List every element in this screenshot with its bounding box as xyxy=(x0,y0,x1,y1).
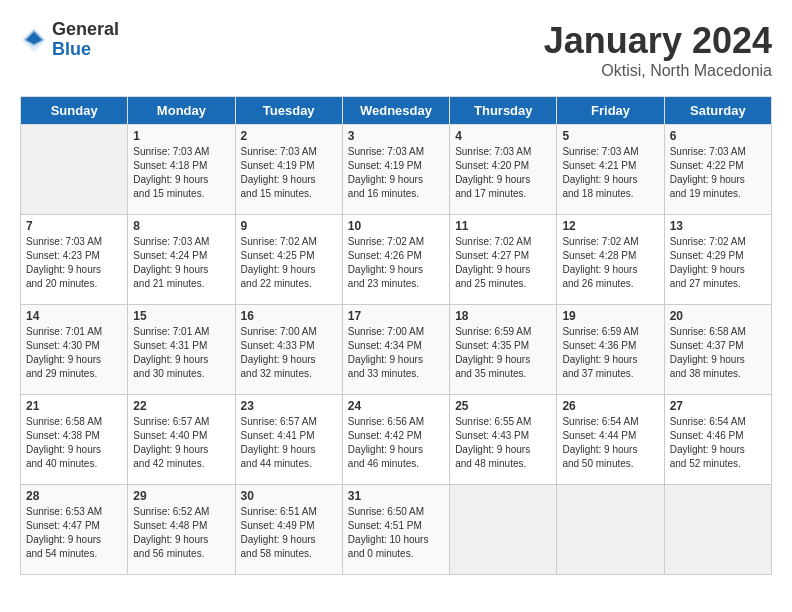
calendar-week-row: 14Sunrise: 7:01 AMSunset: 4:30 PMDayligh… xyxy=(21,305,772,395)
day-number: 11 xyxy=(455,219,551,233)
calendar-day-cell xyxy=(21,125,128,215)
day-info: Sunrise: 6:54 AMSunset: 4:44 PMDaylight:… xyxy=(562,415,658,471)
day-number: 9 xyxy=(241,219,337,233)
day-number: 16 xyxy=(241,309,337,323)
calendar-table: SundayMondayTuesdayWednesdayThursdayFrid… xyxy=(20,96,772,575)
day-info: Sunrise: 6:58 AMSunset: 4:38 PMDaylight:… xyxy=(26,415,122,471)
calendar-day-cell: 21Sunrise: 6:58 AMSunset: 4:38 PMDayligh… xyxy=(21,395,128,485)
day-info: Sunrise: 6:56 AMSunset: 4:42 PMDaylight:… xyxy=(348,415,444,471)
day-info: Sunrise: 6:57 AMSunset: 4:41 PMDaylight:… xyxy=(241,415,337,471)
day-number: 31 xyxy=(348,489,444,503)
calendar-week-row: 21Sunrise: 6:58 AMSunset: 4:38 PMDayligh… xyxy=(21,395,772,485)
calendar-day-cell: 3Sunrise: 7:03 AMSunset: 4:19 PMDaylight… xyxy=(342,125,449,215)
day-info: Sunrise: 6:51 AMSunset: 4:49 PMDaylight:… xyxy=(241,505,337,561)
calendar-day-cell: 22Sunrise: 6:57 AMSunset: 4:40 PMDayligh… xyxy=(128,395,235,485)
calendar-day-cell: 1Sunrise: 7:03 AMSunset: 4:18 PMDaylight… xyxy=(128,125,235,215)
calendar-day-cell: 13Sunrise: 7:02 AMSunset: 4:29 PMDayligh… xyxy=(664,215,771,305)
day-number: 19 xyxy=(562,309,658,323)
day-info: Sunrise: 7:01 AMSunset: 4:31 PMDaylight:… xyxy=(133,325,229,381)
day-number: 6 xyxy=(670,129,766,143)
day-info: Sunrise: 6:59 AMSunset: 4:35 PMDaylight:… xyxy=(455,325,551,381)
day-number: 26 xyxy=(562,399,658,413)
day-number: 25 xyxy=(455,399,551,413)
calendar-day-cell: 30Sunrise: 6:51 AMSunset: 4:49 PMDayligh… xyxy=(235,485,342,575)
day-number: 10 xyxy=(348,219,444,233)
page-header: General Blue January 2024 Oktisi, North … xyxy=(20,20,772,80)
day-of-week-header: Friday xyxy=(557,97,664,125)
day-number: 14 xyxy=(26,309,122,323)
calendar-day-cell: 19Sunrise: 6:59 AMSunset: 4:36 PMDayligh… xyxy=(557,305,664,395)
day-info: Sunrise: 6:58 AMSunset: 4:37 PMDaylight:… xyxy=(670,325,766,381)
day-number: 2 xyxy=(241,129,337,143)
day-info: Sunrise: 7:03 AMSunset: 4:22 PMDaylight:… xyxy=(670,145,766,201)
calendar-day-cell: 27Sunrise: 6:54 AMSunset: 4:46 PMDayligh… xyxy=(664,395,771,485)
logo-blue-text: Blue xyxy=(52,40,119,60)
day-info: Sunrise: 6:59 AMSunset: 4:36 PMDaylight:… xyxy=(562,325,658,381)
day-of-week-header: Saturday xyxy=(664,97,771,125)
day-info: Sunrise: 7:03 AMSunset: 4:20 PMDaylight:… xyxy=(455,145,551,201)
day-info: Sunrise: 7:03 AMSunset: 4:21 PMDaylight:… xyxy=(562,145,658,201)
calendar-week-row: 28Sunrise: 6:53 AMSunset: 4:47 PMDayligh… xyxy=(21,485,772,575)
day-info: Sunrise: 7:03 AMSunset: 4:18 PMDaylight:… xyxy=(133,145,229,201)
calendar-day-cell: 15Sunrise: 7:01 AMSunset: 4:31 PMDayligh… xyxy=(128,305,235,395)
calendar-day-cell: 8Sunrise: 7:03 AMSunset: 4:24 PMDaylight… xyxy=(128,215,235,305)
calendar-day-cell: 5Sunrise: 7:03 AMSunset: 4:21 PMDaylight… xyxy=(557,125,664,215)
calendar-day-cell xyxy=(450,485,557,575)
day-number: 12 xyxy=(562,219,658,233)
calendar-day-cell: 24Sunrise: 6:56 AMSunset: 4:42 PMDayligh… xyxy=(342,395,449,485)
day-info: Sunrise: 7:02 AMSunset: 4:27 PMDaylight:… xyxy=(455,235,551,291)
calendar-day-cell: 16Sunrise: 7:00 AMSunset: 4:33 PMDayligh… xyxy=(235,305,342,395)
day-info: Sunrise: 7:03 AMSunset: 4:19 PMDaylight:… xyxy=(348,145,444,201)
calendar-day-cell xyxy=(557,485,664,575)
day-number: 29 xyxy=(133,489,229,503)
calendar-day-cell xyxy=(664,485,771,575)
calendar-day-cell: 29Sunrise: 6:52 AMSunset: 4:48 PMDayligh… xyxy=(128,485,235,575)
day-info: Sunrise: 6:54 AMSunset: 4:46 PMDaylight:… xyxy=(670,415,766,471)
day-number: 21 xyxy=(26,399,122,413)
calendar-day-cell: 31Sunrise: 6:50 AMSunset: 4:51 PMDayligh… xyxy=(342,485,449,575)
calendar-day-cell: 23Sunrise: 6:57 AMSunset: 4:41 PMDayligh… xyxy=(235,395,342,485)
day-number: 22 xyxy=(133,399,229,413)
calendar-day-cell: 17Sunrise: 7:00 AMSunset: 4:34 PMDayligh… xyxy=(342,305,449,395)
day-info: Sunrise: 7:00 AMSunset: 4:33 PMDaylight:… xyxy=(241,325,337,381)
day-number: 15 xyxy=(133,309,229,323)
day-info: Sunrise: 6:52 AMSunset: 4:48 PMDaylight:… xyxy=(133,505,229,561)
day-info: Sunrise: 7:03 AMSunset: 4:24 PMDaylight:… xyxy=(133,235,229,291)
calendar-day-cell: 4Sunrise: 7:03 AMSunset: 4:20 PMDaylight… xyxy=(450,125,557,215)
day-of-week-header: Sunday xyxy=(21,97,128,125)
day-info: Sunrise: 7:02 AMSunset: 4:25 PMDaylight:… xyxy=(241,235,337,291)
calendar-day-cell: 26Sunrise: 6:54 AMSunset: 4:44 PMDayligh… xyxy=(557,395,664,485)
calendar-day-cell: 20Sunrise: 6:58 AMSunset: 4:37 PMDayligh… xyxy=(664,305,771,395)
calendar-title: January 2024 xyxy=(544,20,772,62)
calendar-week-row: 1Sunrise: 7:03 AMSunset: 4:18 PMDaylight… xyxy=(21,125,772,215)
day-number: 18 xyxy=(455,309,551,323)
day-number: 23 xyxy=(241,399,337,413)
day-info: Sunrise: 7:00 AMSunset: 4:34 PMDaylight:… xyxy=(348,325,444,381)
calendar-day-cell: 25Sunrise: 6:55 AMSunset: 4:43 PMDayligh… xyxy=(450,395,557,485)
day-info: Sunrise: 7:03 AMSunset: 4:23 PMDaylight:… xyxy=(26,235,122,291)
day-info: Sunrise: 7:02 AMSunset: 4:29 PMDaylight:… xyxy=(670,235,766,291)
day-number: 1 xyxy=(133,129,229,143)
calendar-day-cell: 14Sunrise: 7:01 AMSunset: 4:30 PMDayligh… xyxy=(21,305,128,395)
calendar-day-cell: 10Sunrise: 7:02 AMSunset: 4:26 PMDayligh… xyxy=(342,215,449,305)
calendar-week-row: 7Sunrise: 7:03 AMSunset: 4:23 PMDaylight… xyxy=(21,215,772,305)
day-info: Sunrise: 6:55 AMSunset: 4:43 PMDaylight:… xyxy=(455,415,551,471)
calendar-day-cell: 28Sunrise: 6:53 AMSunset: 4:47 PMDayligh… xyxy=(21,485,128,575)
day-number: 30 xyxy=(241,489,337,503)
day-number: 17 xyxy=(348,309,444,323)
calendar-day-cell: 11Sunrise: 7:02 AMSunset: 4:27 PMDayligh… xyxy=(450,215,557,305)
day-of-week-header: Wednesday xyxy=(342,97,449,125)
day-number: 24 xyxy=(348,399,444,413)
calendar-day-cell: 18Sunrise: 6:59 AMSunset: 4:35 PMDayligh… xyxy=(450,305,557,395)
day-info: Sunrise: 7:01 AMSunset: 4:30 PMDaylight:… xyxy=(26,325,122,381)
day-info: Sunrise: 6:50 AMSunset: 4:51 PMDaylight:… xyxy=(348,505,444,561)
calendar-day-cell: 12Sunrise: 7:02 AMSunset: 4:28 PMDayligh… xyxy=(557,215,664,305)
day-number: 4 xyxy=(455,129,551,143)
day-info: Sunrise: 6:53 AMSunset: 4:47 PMDaylight:… xyxy=(26,505,122,561)
logo-text: General Blue xyxy=(52,20,119,60)
day-info: Sunrise: 6:57 AMSunset: 4:40 PMDaylight:… xyxy=(133,415,229,471)
calendar-subtitle: Oktisi, North Macedonia xyxy=(544,62,772,80)
day-info: Sunrise: 7:03 AMSunset: 4:19 PMDaylight:… xyxy=(241,145,337,201)
day-number: 27 xyxy=(670,399,766,413)
day-of-week-header: Thursday xyxy=(450,97,557,125)
